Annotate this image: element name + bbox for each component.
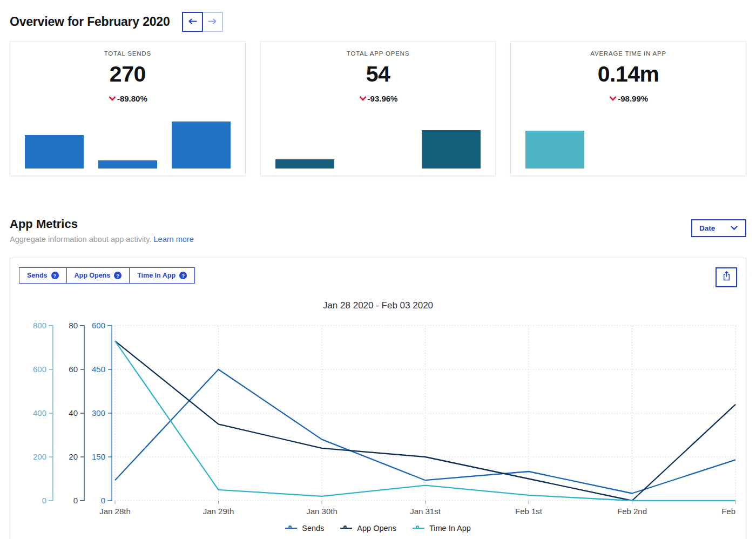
legend-item[interactable]: App Opens bbox=[340, 524, 396, 533]
mini-bar-slot bbox=[275, 120, 334, 169]
mini-bar-slot bbox=[599, 120, 658, 169]
stat-value: 54 bbox=[261, 62, 496, 87]
help-icon[interactable]: ? bbox=[51, 272, 59, 279]
prev-month-button[interactable] bbox=[182, 12, 203, 32]
next-month-button[interactable] bbox=[202, 12, 223, 32]
stat-value: 270 bbox=[10, 62, 245, 87]
metrics-panel: Sends ? App Opens ? Time In App ? bbox=[10, 258, 746, 539]
mini-bar bbox=[525, 131, 584, 169]
subtitle-text: Aggregate information about app activity… bbox=[10, 235, 152, 244]
mini-bar-slot bbox=[672, 120, 731, 169]
metrics-header: App Metrics Aggregate information about … bbox=[10, 217, 746, 244]
stat-label: AVERAGE TIME IN APP bbox=[511, 50, 746, 57]
legend-item[interactable]: Sends bbox=[285, 524, 324, 533]
legend-marker bbox=[340, 528, 352, 529]
date-dropdown-label: Date bbox=[699, 224, 715, 232]
stat-delta: -93.96% bbox=[261, 94, 496, 103]
svg-text:80: 80 bbox=[69, 321, 78, 330]
mini-bar-slot bbox=[25, 120, 84, 169]
stat-card-total-app-opens: TOTAL APP OPENS 54 -93.96% bbox=[260, 41, 496, 176]
delta-value: -93.96% bbox=[368, 94, 398, 103]
svg-text:0: 0 bbox=[42, 496, 46, 505]
legend-label: Time In App bbox=[429, 524, 471, 533]
tab-time-in-app[interactable]: Time In App ? bbox=[129, 267, 195, 284]
legend-dot bbox=[288, 525, 292, 529]
share-button[interactable] bbox=[716, 267, 737, 287]
stat-label: TOTAL APP OPENS bbox=[261, 50, 496, 57]
section-subtitle: Aggregate information about app activity… bbox=[10, 235, 194, 244]
page-title: Overview for February 2020 bbox=[10, 15, 170, 29]
stat-delta: -89.80% bbox=[10, 94, 245, 103]
mini-bar bbox=[25, 135, 84, 169]
page: Overview for February 2020 TOTAL SENDS 2… bbox=[0, 12, 756, 539]
svg-text:400: 400 bbox=[33, 408, 46, 417]
svg-text:600: 600 bbox=[92, 321, 105, 330]
legend-label: Sends bbox=[302, 524, 324, 533]
legend-marker bbox=[413, 528, 424, 529]
legend-label: App Opens bbox=[357, 524, 396, 533]
svg-text:Feb 2nd: Feb 2nd bbox=[617, 507, 647, 516]
svg-text:300: 300 bbox=[92, 408, 105, 417]
month-nav bbox=[182, 12, 223, 32]
svg-text:0: 0 bbox=[101, 496, 105, 505]
stat-value: 0.14m bbox=[511, 62, 746, 87]
delta-value: -89.80% bbox=[117, 94, 147, 103]
learn-more-link[interactable]: Learn more bbox=[154, 235, 194, 244]
legend-dot bbox=[416, 525, 419, 529]
metrics-heading-block: App Metrics Aggregate information about … bbox=[10, 217, 194, 244]
stat-minichart bbox=[511, 120, 746, 169]
tab-app-opens[interactable]: App Opens ? bbox=[66, 267, 130, 284]
chevron-down-icon bbox=[730, 224, 738, 232]
svg-text:Jan 31st: Jan 31st bbox=[410, 507, 441, 516]
arrow-right-icon bbox=[207, 17, 218, 27]
chart-title: Jan 28 2020 - Feb 03 2020 bbox=[19, 300, 737, 311]
stat-card-average-time-in-app: AVERAGE TIME IN APP 0.14m -98.99% bbox=[510, 41, 746, 176]
svg-text:450: 450 bbox=[92, 365, 105, 374]
stat-cards: TOTAL SENDS 270 -89.80% TOTAL APP OPENS … bbox=[10, 41, 746, 176]
legend-marker bbox=[285, 528, 297, 529]
line-chart: Jan 28thJan 29thJan 30thJan 31stFeb 1stF… bbox=[19, 319, 738, 520]
mini-bar-slot bbox=[525, 120, 584, 169]
mini-bar-slot bbox=[422, 120, 481, 169]
panel-toolbar: Sends ? App Opens ? Time In App ? bbox=[19, 267, 737, 287]
mini-bar-slot bbox=[349, 120, 408, 169]
mini-bar bbox=[98, 160, 157, 169]
share-icon bbox=[721, 271, 732, 284]
svg-text:60: 60 bbox=[69, 365, 78, 374]
delta-value: -98.99% bbox=[618, 94, 648, 103]
metric-tabs: Sends ? App Opens ? Time In App ? bbox=[19, 267, 195, 284]
legend-dot bbox=[343, 525, 347, 529]
svg-text:150: 150 bbox=[92, 452, 105, 461]
mini-bar-slot bbox=[98, 120, 157, 169]
tab-label: Time In App bbox=[137, 272, 176, 279]
stat-card-total-sends: TOTAL SENDS 270 -89.80% bbox=[10, 41, 246, 176]
delta-down-icon bbox=[359, 94, 367, 103]
svg-text:200: 200 bbox=[33, 452, 46, 461]
svg-text:0: 0 bbox=[73, 496, 78, 505]
stat-delta: -98.99% bbox=[511, 94, 746, 103]
svg-text:600: 600 bbox=[33, 365, 46, 374]
metrics-chart: Jan 28thJan 29thJan 30thJan 31stFeb 1stF… bbox=[19, 319, 737, 522]
mini-bar-slot bbox=[172, 120, 231, 169]
help-icon[interactable]: ? bbox=[179, 272, 187, 279]
chart-legend: SendsApp OpensTime In App bbox=[19, 524, 737, 533]
stat-minichart bbox=[10, 120, 245, 169]
date-dropdown-button[interactable]: Date bbox=[691, 219, 746, 237]
stat-label: TOTAL SENDS bbox=[10, 50, 245, 57]
svg-text:Feb 1st: Feb 1st bbox=[515, 507, 543, 516]
svg-text:Jan 29th: Jan 29th bbox=[203, 507, 234, 516]
tab-sends[interactable]: Sends ? bbox=[19, 267, 67, 284]
tab-label: Sends bbox=[27, 272, 48, 279]
legend-item[interactable]: Time In App bbox=[413, 524, 471, 533]
arrow-left-icon bbox=[187, 17, 198, 27]
svg-text:Jan 30th: Jan 30th bbox=[306, 507, 338, 516]
delta-down-icon bbox=[108, 94, 117, 103]
tab-label: App Opens bbox=[75, 272, 111, 279]
svg-text:Jan 28th: Jan 28th bbox=[99, 507, 131, 516]
section-title: App Metrics bbox=[10, 217, 194, 231]
mini-bar bbox=[172, 122, 231, 169]
mini-bar bbox=[422, 130, 481, 169]
stat-minichart bbox=[261, 120, 496, 169]
help-icon[interactable]: ? bbox=[114, 272, 122, 279]
mini-bar bbox=[275, 159, 334, 169]
